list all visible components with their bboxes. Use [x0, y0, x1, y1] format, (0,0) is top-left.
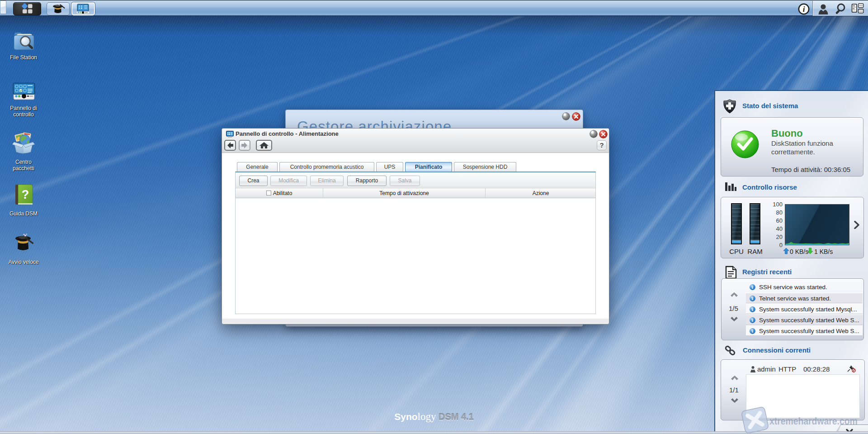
svg-text:i: i — [803, 5, 805, 14]
svg-text:?: ? — [22, 188, 29, 201]
